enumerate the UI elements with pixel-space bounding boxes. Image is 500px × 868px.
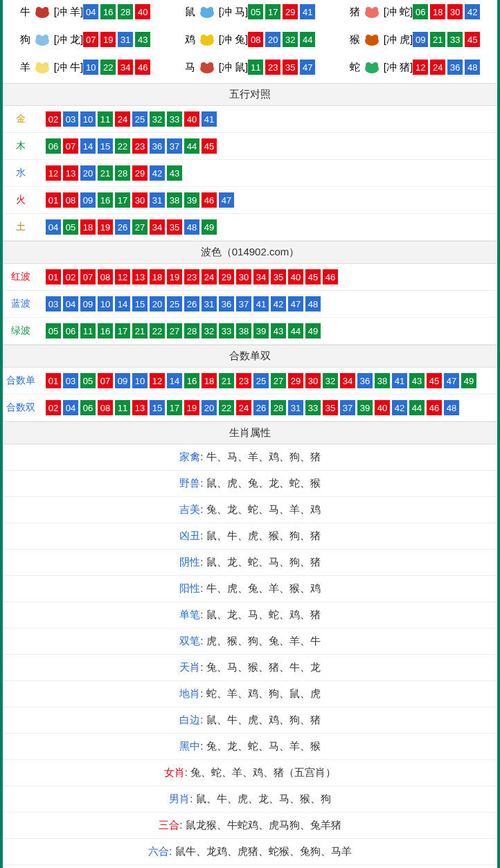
zodiac-chong: [冲 猪] xyxy=(384,61,413,74)
number-ball: 48 xyxy=(184,219,199,235)
number-ball: 07 xyxy=(80,269,96,284)
number-ball: 47 xyxy=(219,192,234,208)
number-ball: 14 xyxy=(167,373,182,388)
number-ball: 21 xyxy=(132,323,148,338)
row-content: 04051819262734354849 xyxy=(39,214,497,241)
attr-value: : 鼠、牛、虎、猴、狗、猪 xyxy=(200,530,320,541)
number-ball: 15 xyxy=(150,400,165,415)
number-ball: 38 xyxy=(236,323,251,338)
zodiac-chong: [冲 蛇] xyxy=(384,6,413,19)
number-ball: 14 xyxy=(115,296,130,311)
number-ball: 41 xyxy=(392,373,407,388)
zodiac-chong: [冲 牛] xyxy=(54,61,84,74)
number-ball: 16 xyxy=(98,192,113,208)
number-ball: 18 xyxy=(202,373,217,388)
svg-point-26 xyxy=(373,62,378,68)
number-ball: 49 xyxy=(305,323,321,338)
attr-value: : 鼠、虎、兔、龙、蛇、猴 xyxy=(200,477,320,489)
number-ball: 05 xyxy=(248,4,263,19)
heshu-table: 合数单0103050709101214161821232527293032343… xyxy=(3,368,497,422)
attr-row: 单笔: 鼠、龙、马、蛇、鸡、猪 xyxy=(3,602,497,629)
attr-row: 双笔: 虎、猴、狗、兔、羊、牛 xyxy=(3,629,497,655)
number-ball: 29 xyxy=(132,165,148,181)
attr-label: 男肖 xyxy=(169,793,190,804)
number-ball: 40 xyxy=(288,269,303,284)
number-ball: 17 xyxy=(115,192,130,208)
number-ball: 12 xyxy=(115,269,130,284)
number-ball: 02 xyxy=(63,269,78,284)
attr-row: 阴性: 鼠、龙、蛇、马、狗、猪 xyxy=(3,550,497,576)
svg-point-23 xyxy=(208,62,213,68)
number-ball: 31 xyxy=(118,32,133,47)
number-ball: 19 xyxy=(100,32,116,47)
number-ball: 08 xyxy=(98,400,113,415)
zodiac-icon xyxy=(32,4,53,19)
zodiac-numbers: 06183042 xyxy=(413,4,480,19)
number-ball: 34 xyxy=(150,219,165,235)
attr-label: 凶丑 xyxy=(179,530,200,541)
table-row: 合数双0204060811131517192022242628313335373… xyxy=(3,395,497,422)
number-ball: 14 xyxy=(80,138,96,154)
svg-point-4 xyxy=(201,7,206,12)
number-ball: 23 xyxy=(265,60,280,75)
attr-value: : 牛、虎、兔、羊、猴、鸡 xyxy=(200,582,320,594)
number-ball: 46 xyxy=(202,192,217,208)
number-ball: 34 xyxy=(340,373,355,388)
number-ball: 03 xyxy=(63,111,78,127)
wuxing-table: 金02031011242532334041木060714152223363744… xyxy=(3,106,497,241)
number-ball: 28 xyxy=(115,165,130,181)
number-ball: 19 xyxy=(98,219,113,235)
zodiac-cell: 鸡[冲 兔]08203244 xyxy=(168,28,332,55)
number-ball: 47 xyxy=(444,373,459,388)
attr-value: : 兔、龙、蛇、马、羊、鸡 xyxy=(200,503,320,515)
number-ball: 01 xyxy=(46,373,61,388)
number-ball: 47 xyxy=(300,60,315,75)
number-ball: 41 xyxy=(253,296,269,311)
number-ball: 09 xyxy=(413,32,428,47)
svg-point-22 xyxy=(201,62,206,68)
zodiac-chong: [冲 马] xyxy=(219,6,249,19)
number-ball: 42 xyxy=(465,4,480,19)
table-row: 火0108091617303138394647 xyxy=(3,187,497,214)
number-ball: 26 xyxy=(184,296,199,311)
number-ball: 35 xyxy=(167,219,182,235)
number-ball: 28 xyxy=(118,4,133,19)
zodiac-cell: 猪[冲 蛇]06183042 xyxy=(332,0,497,28)
number-ball: 46 xyxy=(323,269,338,284)
number-ball: 12 xyxy=(413,60,428,75)
row-label: 合数双 xyxy=(3,395,39,422)
row-content: 02031011242532334041 xyxy=(39,106,497,133)
number-ball: 11 xyxy=(80,323,96,338)
zodiac-name: 猴 xyxy=(350,33,360,46)
attr-value: : 鼠龙猴、牛蛇鸡、虎马狗、兔羊猪 xyxy=(179,819,341,831)
zodiac-cell: 猴[冲 虎]09213345 xyxy=(332,28,497,55)
row-content: 03040910141520252631363741424748 xyxy=(39,291,497,318)
number-ball: 10 xyxy=(80,111,96,127)
svg-point-16 xyxy=(366,35,371,40)
number-ball: 20 xyxy=(80,165,96,181)
zodiac-icon xyxy=(32,32,53,47)
row-content: 0204060811131517192022242628313335373940… xyxy=(39,395,497,422)
number-ball: 06 xyxy=(63,323,78,338)
number-ball: 19 xyxy=(167,269,182,284)
number-ball: 45 xyxy=(465,32,480,47)
zodiac-name: 牛 xyxy=(20,6,30,19)
number-ball: 46 xyxy=(427,400,442,415)
main-container: 牛[冲 羊]04162840鼠[冲 马]05172941猪[冲 蛇]061830… xyxy=(0,0,500,868)
attr-row: 男肖: 鼠、牛、虎、龙、马、猴、狗 xyxy=(3,786,497,813)
attr-label: 阴性 xyxy=(179,556,200,568)
number-ball: 23 xyxy=(184,269,199,284)
row-label: 土 xyxy=(3,214,39,241)
number-ball: 45 xyxy=(427,373,442,388)
number-ball: 09 xyxy=(80,296,96,311)
four-arts-row: 琴:兔蛇鸡棋:鼠牛狗书:虎龙马画:羊猴猪 xyxy=(3,865,497,868)
number-ball: 09 xyxy=(80,192,96,208)
number-ball: 48 xyxy=(465,60,480,75)
number-ball: 30 xyxy=(132,192,148,208)
attr-row: 地肖: 蛇、羊、鸡、狗、鼠、虎 xyxy=(3,681,497,707)
row-label: 火 xyxy=(3,187,39,214)
attr-row: 六合: 鼠牛、龙鸡、虎猪、蛇猴、兔狗、马羊 xyxy=(3,839,497,865)
attr-row: 白边: 鼠、牛、虎、鸡、狗、猪 xyxy=(3,707,497,734)
number-ball: 11 xyxy=(115,400,130,415)
row-content: 1213202128294243 xyxy=(39,160,497,187)
